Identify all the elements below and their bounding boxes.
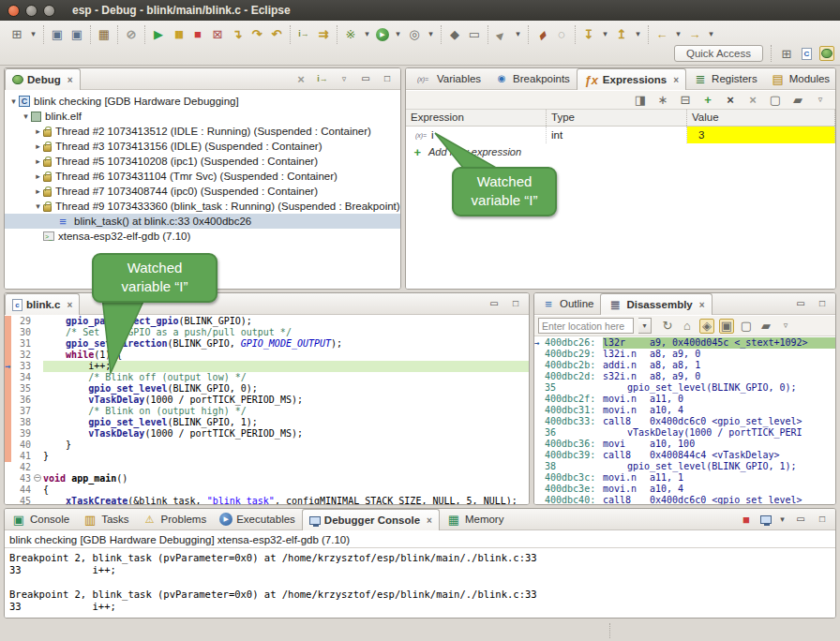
code-line[interactable]: 38 gpio_set_level(BLINK_GPIO, 1); [5, 417, 529, 428]
tab-close-icon[interactable]: × [427, 515, 432, 526]
code-line[interactable]: 40 } [5, 440, 529, 451]
code-line[interactable]: 29 gpio_pad_select_gpio(BLINK_GPIO); [5, 316, 529, 327]
dropdown-icon[interactable]: ▾ [363, 27, 371, 42]
disassembly-line[interactable]: 400dbc2d:s32i.na8, a9, 0 [534, 371, 835, 382]
remove-all-icon[interactable]: × [293, 71, 308, 86]
collapse-all-icon[interactable]: ⊟ [678, 93, 693, 108]
tab-outline[interactable]: ≡Outline [534, 293, 600, 314]
terminate-icon[interactable]: ■ [190, 27, 205, 42]
fold-minus-icon[interactable]: – [34, 474, 41, 482]
expander-expanded-icon[interactable]: ▾ [8, 97, 19, 106]
expander-collapsed-icon[interactable]: ▸ [33, 171, 43, 181]
code-line[interactable]: 34 /* Blink off (output low) */ [5, 372, 529, 383]
expander-expanded-icon[interactable]: ▾ [33, 201, 43, 211]
location-dropdown-icon[interactable]: ▾ [638, 318, 652, 334]
next-annotation-icon[interactable]: ↧ [581, 27, 596, 42]
debug-tree-row[interactable]: ▸Thread #7 1073408744 (ipc0) (Suspended … [5, 184, 400, 199]
tab-breakpoints[interactable]: ◉Breakpoints [488, 68, 577, 89]
save-icon[interactable]: ▣ [50, 27, 65, 42]
line-number[interactable]: 44 [11, 484, 34, 496]
line-number[interactable]: 37 [11, 406, 34, 417]
tab-close-icon[interactable]: × [699, 300, 705, 310]
step-filters-icon[interactable]: ⇉ [316, 27, 331, 42]
debug-perspective-icon[interactable] [819, 46, 834, 61]
tab-debug[interactable]: Debug × [5, 68, 81, 90]
location-input[interactable] [538, 318, 634, 334]
column-header-value[interactable]: Value [687, 110, 835, 126]
instruction-step-icon[interactable]: i→ [315, 71, 330, 86]
line-number[interactable]: 38 [11, 417, 34, 428]
code-line[interactable]: 45 xTaskCreate(&blink_task, "blink_task"… [5, 496, 529, 504]
code-line[interactable]: →33 i++; [5, 361, 529, 372]
home-icon[interactable]: ⌂ [680, 319, 695, 334]
minimize-icon[interactable]: ▭ [793, 296, 808, 311]
debug-tree-row[interactable]: ▸Thread #6 1073431104 (Tmr Svc) (Suspend… [5, 169, 400, 184]
dropdown-icon[interactable]: ▾ [778, 512, 787, 527]
disassembly-listing[interactable]: →400dbc26:l32ra9, 0x400d045c <_stext+109… [534, 336, 835, 504]
disconnect-icon[interactable]: ⊠ [210, 27, 225, 42]
disassembly-line[interactable]: 400dbc36:movia10, 100 [534, 439, 835, 450]
view-menu-icon[interactable]: ▿ [778, 319, 793, 334]
maximize-icon[interactable]: □ [508, 296, 523, 311]
maximize-icon[interactable]: □ [815, 296, 830, 311]
minimize-icon[interactable]: ▭ [487, 296, 502, 311]
column-header-type[interactable]: Type [547, 110, 687, 126]
previous-annotation-icon[interactable]: ↥ [614, 27, 629, 42]
disassembly-line[interactable]: 400dbc3e:movi.na10, 4 [534, 484, 835, 495]
line-number[interactable]: 34 [11, 372, 34, 383]
new-view-icon[interactable]: ▢ [739, 319, 754, 334]
view-menu-icon[interactable]: ▿ [813, 93, 828, 108]
add-expression-icon[interactable]: + [700, 93, 715, 108]
forward-icon[interactable]: → [687, 27, 702, 42]
dropdown-icon[interactable]: ▾ [634, 27, 642, 42]
code-line[interactable]: 44{ [5, 484, 529, 496]
tab-expressions[interactable]: ƒxExpressions× [577, 68, 686, 90]
debug-tree-row[interactable]: ▾blink.elf [5, 109, 400, 124]
dropdown-icon[interactable]: ▾ [707, 27, 715, 42]
terminate-icon[interactable]: ■ [739, 512, 754, 527]
tab-tasks[interactable]: ▥Tasks [76, 509, 135, 529]
pin-view-icon[interactable]: ▰ [790, 93, 805, 108]
tab-close-icon[interactable]: × [67, 300, 72, 310]
view-menu-icon[interactable]: ▿ [337, 71, 352, 86]
brush-icon[interactable]: ▰ [532, 23, 553, 45]
disassembly-line[interactable]: 400dbc33:call80x400dc6c0 <gpio_set_level… [534, 416, 835, 427]
launch-icon[interactable]: ▲ [491, 23, 513, 45]
tab-memory[interactable]: ▦Memory [440, 509, 511, 529]
show-logical-structure-icon[interactable]: ∗ [655, 93, 670, 108]
run-icon[interactable]: ▶ [376, 28, 389, 41]
debug-tree-row[interactable]: ▸Thread #2 1073413512 (IDLE : Running) (… [5, 124, 400, 139]
debug-tree-row[interactable]: ▾Cblink checking [GDB Hardware Debugging… [5, 94, 400, 109]
bug-icon[interactable] [821, 49, 832, 58]
console-output[interactable]: Breakpoint 2, blink_task (pvParameter=0x… [5, 548, 835, 617]
dropdown-icon[interactable]: ▾ [29, 27, 38, 42]
debug-tree-row[interactable]: ▾Thread #9 1073433360 (blink_task : Runn… [5, 199, 400, 214]
disassembly-line[interactable]: 36vTaskDelay(1000 / portTICK_PERI [534, 427, 835, 439]
line-number[interactable]: 29 [11, 316, 34, 327]
column-header-expression[interactable]: Expression [406, 110, 547, 126]
code-line[interactable]: 32 while(1) { [5, 350, 529, 361]
expander-collapsed-icon[interactable]: ▸ [33, 157, 43, 166]
resume-icon[interactable]: ▶ [151, 27, 166, 42]
expander-collapsed-icon[interactable]: ▸ [33, 127, 43, 136]
disassembly-line[interactable]: 400dbc3c:movi.na11, 1 [534, 472, 835, 484]
disassembly-line[interactable]: 400dbc40:call80x400dc6c0 <gpio_set_level… [534, 495, 835, 504]
cpp-perspective-icon[interactable]: C [802, 48, 812, 60]
code-line[interactable]: 37 /* Blink on (output high) */ [5, 406, 529, 417]
tab-console[interactable]: ▣Console [5, 509, 76, 529]
show-type-names-icon[interactable]: ◨ [633, 93, 648, 108]
instruction-stepping-icon[interactable]: i→ [296, 27, 311, 42]
window-minimize-button[interactable] [25, 5, 38, 17]
pin-view-icon[interactable]: ▰ [758, 319, 773, 334]
window-close-button[interactable] [8, 5, 20, 17]
disassembly-line[interactable]: 400dbc31:movi.na10, 4 [534, 405, 835, 416]
disassembly-line[interactable]: →400dbc26:l32ra9, 0x400d045c <_stext+109… [534, 337, 835, 349]
tab-close-icon[interactable]: × [673, 75, 679, 85]
minimize-icon[interactable]: ▭ [358, 71, 373, 86]
code-line[interactable]: 31 gpio_set_direction(BLINK_GPIO, GPIO_M… [5, 338, 529, 350]
debug-tree-row[interactable]: ≡blink_task() at blink.c:33 0x400dbc26 [5, 214, 400, 229]
dropdown-icon[interactable]: ▾ [674, 27, 682, 42]
disassembly-line[interactable]: 38gpio_set_level(BLINK_GPIO, 1); [534, 461, 835, 472]
code-editor[interactable]: 29 gpio_pad_select_gpio(BLINK_GPIO);30 /… [5, 316, 529, 504]
open-perspective-icon[interactable]: ⊞ [779, 46, 794, 61]
